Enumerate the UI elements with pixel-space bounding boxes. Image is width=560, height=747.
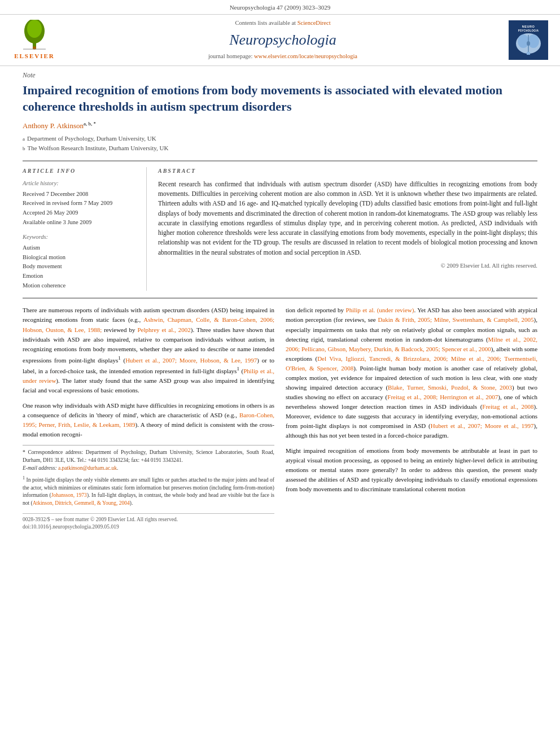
affiliation-b: b The Wolfson Research Institute, Durham… xyxy=(23,143,537,154)
article-history: Article history: Received 7 December 200… xyxy=(23,180,137,226)
citation: Neuropsychologia 47 (2009) 3023–3029 xyxy=(230,4,331,11)
body-para-2: One reason why individuals with ASD migh… xyxy=(23,401,274,439)
keyword-0: Autism xyxy=(23,244,137,252)
history-item-2: Accepted 26 May 2009 xyxy=(23,209,137,217)
svg-text:PSYCHOLOGIA: PSYCHOLOGIA xyxy=(518,29,539,32)
journal-title-block: Contents lists available at ScienceDirec… xyxy=(67,19,499,61)
body-left-column: There are numerous reports of individual… xyxy=(23,305,274,531)
footnote-email: E-mail address: a.patkinson@durham.ac.uk… xyxy=(23,465,274,473)
body-para-1: There are numerous reports of individual… xyxy=(23,305,274,395)
svg-rect-13 xyxy=(527,52,530,55)
note-label: Note xyxy=(23,71,537,80)
author-name: Anthony P. Atkinson xyxy=(23,121,84,130)
author-super: a, b, * xyxy=(84,121,96,126)
footnote-section: * Correspondence address: Department of … xyxy=(23,445,274,508)
affiliations: a Department of Psychology, Durham Unive… xyxy=(23,134,537,154)
footer-doi: doi:10.1016/j.neuropsychologia.2009.05.0… xyxy=(23,523,274,531)
displays-word: displays xyxy=(56,477,74,483)
body-para-right-1: tion deficit reported by Philip et al. (… xyxy=(286,305,537,440)
with-word: with xyxy=(505,307,516,313)
journal-name: Neuropsychologia xyxy=(67,30,499,50)
main-body: There are numerous reports of individual… xyxy=(23,298,537,531)
history-label: Article history: xyxy=(23,180,137,188)
neuropsychologia-logo: NEURO PSYCHOLOGIA xyxy=(506,19,551,61)
brain-logo-icon: NEURO PSYCHOLOGIA xyxy=(509,21,548,59)
article-title: Impaired recognition of emotions from bo… xyxy=(23,82,537,115)
article-body: Note Impaired recognition of emotions fr… xyxy=(0,66,560,542)
footer-bar: 0028-3932/$ – see front matter © 2009 El… xyxy=(23,513,274,531)
abstract-text: Recent research has confirmed that indiv… xyxy=(158,180,537,257)
top-bar: Neuropsychologia 47 (2009) 3023–3029 xyxy=(0,0,560,15)
body-para-right-2: Might impaired recognition of emotions f… xyxy=(286,446,537,494)
keywords-section: Keywords: Autism Biological motion Body … xyxy=(23,233,137,290)
keyword-2: Body movement xyxy=(23,263,137,271)
footnote-correspondence: * Correspondence address: Department of … xyxy=(23,449,274,465)
body-right-column: tion deficit reported by Philip et al. (… xyxy=(286,305,537,531)
history-item-1: Received in revised form 7 May 2009 xyxy=(23,199,137,208)
keyword-4: Motion coherence xyxy=(23,282,137,290)
svg-point-2 xyxy=(27,20,42,38)
journal-header: ELSEVIER Contents lists available at Sci… xyxy=(0,15,560,66)
authors-line: Anthony P. Atkinsona, b, * xyxy=(23,120,537,132)
keyword-3: Emotion xyxy=(23,272,137,281)
journal-homepage: journal homepage: www.elsevier.com/locat… xyxy=(67,53,499,61)
contents-line: Contents lists available at ScienceDirec… xyxy=(67,19,499,28)
svg-point-10 xyxy=(528,34,539,48)
copyright-line: © 2009 Elsevier Ltd. All rights reserved… xyxy=(158,262,537,270)
homepage-url[interactable]: www.elsevier.com/locate/neuropsychologia xyxy=(254,53,357,59)
footnote-1: 1 In point-light displays the only visib… xyxy=(23,475,274,508)
elsevier-logo: ELSEVIER xyxy=(9,19,60,61)
svg-text:NEURO: NEURO xyxy=(522,25,535,28)
history-item-3: Available online 3 June 2009 xyxy=(23,219,137,227)
info-abstract-columns: Article Info Article history: Received 7… xyxy=(23,160,537,291)
elsevier-tree-icon xyxy=(18,20,51,51)
abstract-header: Abstract xyxy=(158,167,537,175)
affiliation-a: a Department of Psychology, Durham Unive… xyxy=(23,134,537,144)
sciencedirect-link[interactable]: ScienceDirect xyxy=(298,20,331,26)
abstract-column: Abstract Recent research has confirmed t… xyxy=(158,167,537,291)
svg-point-12 xyxy=(527,41,530,46)
article-info-column: Article Info Article history: Received 7… xyxy=(23,167,147,291)
keyword-1: Biological motion xyxy=(23,254,137,262)
history-item-0: Received 7 December 2008 xyxy=(23,190,137,199)
footer-license: 0028-3932/$ – see front matter © 2009 El… xyxy=(23,516,274,523)
elsevier-brand-text: ELSEVIER xyxy=(14,52,55,60)
svg-point-9 xyxy=(518,34,529,48)
article-info-header: Article Info xyxy=(23,167,137,175)
keywords-label: Keywords: xyxy=(23,233,137,242)
